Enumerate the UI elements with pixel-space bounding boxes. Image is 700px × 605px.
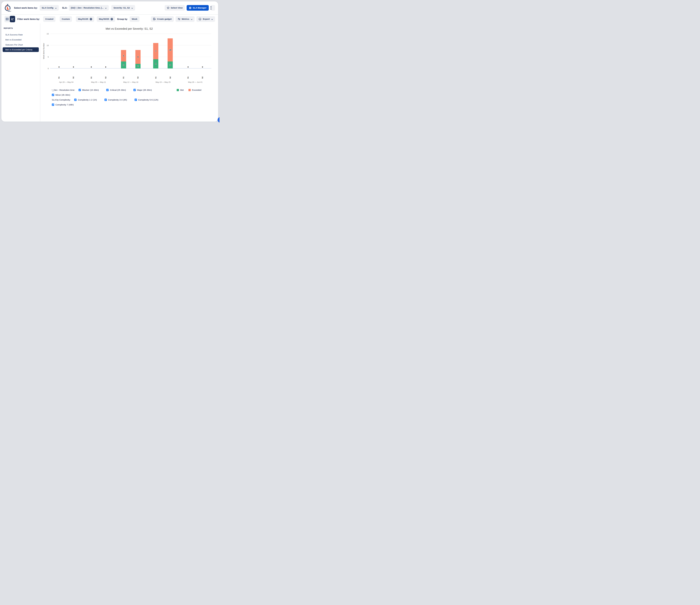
x-tick-week-range: May-12 — May-18 bbox=[115, 81, 147, 83]
bar-segment-exceeded[interactable]: 10 bbox=[168, 39, 173, 62]
y-axis-title: Work items Number bbox=[43, 37, 45, 65]
svg-text:SLA: SLA bbox=[8, 10, 11, 12]
filter-group-label: !_Dev - Resolution time: bbox=[52, 89, 75, 91]
chevron-down-icon bbox=[211, 18, 213, 21]
stopwatch-logo-icon: SLA bbox=[4, 4, 11, 12]
legend-label: Met bbox=[180, 89, 184, 91]
criteria-checkbox[interactable]: Critical (2h 30m) bbox=[106, 89, 126, 91]
clear-date-icon[interactable]: × bbox=[110, 18, 113, 20]
bar-s2: 103 bbox=[168, 39, 173, 69]
bar-value-zero: 0 bbox=[188, 66, 189, 68]
bar-s2: 0 bbox=[71, 66, 76, 69]
group-by-value: Week bbox=[132, 18, 138, 20]
group-by-dropdown[interactable]: Week bbox=[130, 16, 140, 22]
clear-date-icon[interactable]: × bbox=[90, 18, 92, 20]
sidebar-item[interactable]: SLA Success Rate bbox=[1, 32, 40, 37]
filter-toolbar: Filter work items by: Created Custom May… bbox=[1, 15, 218, 24]
created-filter-button[interactable]: Created bbox=[43, 16, 55, 22]
severity-dropdown[interactable]: Severity: S1, S2 bbox=[111, 5, 135, 10]
sidebar-item[interactable]: Met vs Exceeded per Criteria bbox=[3, 47, 39, 52]
bar-segment-exceeded[interactable]: 5 bbox=[121, 50, 126, 62]
x-tick-week-range: May-26 — Jun-01 bbox=[179, 81, 211, 83]
checkbox-checked-icon bbox=[106, 89, 109, 91]
bar-group: 74103 bbox=[147, 34, 179, 69]
more-options-button[interactable] bbox=[210, 5, 215, 10]
bar-segment-value: 10 bbox=[169, 49, 171, 51]
bar-segment-met[interactable]: 3 bbox=[168, 62, 173, 69]
x-tick-week-range: May-05 — May-11 bbox=[82, 81, 115, 83]
x-tick-severity: S2 bbox=[200, 75, 205, 80]
metrics-dropdown[interactable]: Metrics bbox=[176, 16, 195, 22]
legend-met-swatch bbox=[177, 89, 179, 91]
kebab-menu-icon bbox=[210, 6, 211, 10]
criteria-checkbox[interactable]: Complexity 3-4 (4h) bbox=[104, 99, 127, 101]
created-label: Created bbox=[45, 18, 53, 20]
chart-view-button[interactable] bbox=[10, 16, 15, 22]
criteria-checkbox-label: Complexity 1-2 (1h) bbox=[78, 99, 97, 101]
sla-dropdown[interactable]: [D2] !_Dev - Resolution time, [... bbox=[69, 5, 109, 10]
sla-manager-button[interactable]: SLA Manager bbox=[186, 5, 209, 10]
criteria-checkbox[interactable]: Complexity 7 (48h) bbox=[52, 103, 74, 106]
x-tick-group: S1S2 bbox=[115, 75, 147, 80]
reports-sidebar: REPORTS SLA Success RateMet vs ExceededS… bbox=[1, 24, 40, 122]
x-tick-severity: S1 bbox=[185, 75, 191, 80]
bar-group: 00 bbox=[82, 34, 115, 69]
table-view-button[interactable] bbox=[4, 16, 10, 22]
criteria-checkbox[interactable]: Complexity 1-2 (1h) bbox=[74, 99, 97, 101]
chart-plot-area: Work items Number 051015 000053627410300 bbox=[50, 34, 211, 69]
sidebar-item[interactable]: Met vs Exceeded bbox=[1, 37, 40, 42]
criteria-checkbox[interactable]: Minor (4h 30m) bbox=[52, 94, 70, 96]
bar-segment-value: 2 bbox=[138, 65, 139, 67]
top-header: SLA Select work items by: SLA Config SLA… bbox=[1, 1, 218, 15]
bar-segment-value: 7 bbox=[155, 50, 156, 52]
x-tick-group: S1S2 bbox=[179, 75, 211, 80]
chevron-down-icon bbox=[131, 7, 133, 9]
x-tick-week-range: May-19 — May-25 bbox=[147, 81, 179, 83]
bar-segment-value: 5 bbox=[123, 55, 124, 57]
select-view-button[interactable]: Select View bbox=[165, 5, 185, 10]
filter-row: Minor (4h 30m) bbox=[52, 93, 201, 97]
bar-s2: 0 bbox=[200, 66, 205, 69]
bar-segment-met[interactable]: 2 bbox=[135, 64, 141, 69]
bar-value-zero: 0 bbox=[58, 66, 59, 68]
sidebar-item[interactable]: Statuses Pie Chart bbox=[1, 42, 40, 47]
sla-label: SLA: bbox=[62, 6, 68, 9]
date-to-chip[interactable]: May/30/25 × bbox=[97, 16, 115, 22]
bar-group: 00 bbox=[50, 34, 82, 69]
bar-value-zero: 0 bbox=[202, 66, 203, 68]
x-tick-severity: S1 bbox=[121, 75, 126, 80]
x-tick-severity: S1 bbox=[89, 75, 94, 80]
export-label: Export bbox=[203, 18, 210, 20]
custom-filter-button[interactable]: Custom bbox=[60, 16, 72, 22]
app-logo: SLA bbox=[4, 4, 11, 12]
select-view-label: Select View bbox=[171, 6, 183, 9]
criteria-checkbox[interactable]: Blocker (1h 30m) bbox=[78, 89, 99, 91]
criteria-checkbox[interactable]: Major (3h 30m) bbox=[133, 89, 152, 91]
bar-s1: 0 bbox=[185, 66, 191, 69]
create-gadget-button[interactable]: Create gadget bbox=[151, 16, 174, 22]
y-axis-tick: 10 bbox=[47, 44, 49, 46]
checkbox-checked-icon bbox=[52, 103, 54, 106]
bar-segment-exceeded[interactable]: 6 bbox=[135, 50, 141, 64]
bar-segment-met[interactable]: 3 bbox=[121, 62, 126, 69]
y-axis-tick: 15 bbox=[47, 33, 49, 35]
bar-s1: 0 bbox=[56, 66, 61, 69]
bar-value-zero: 0 bbox=[73, 66, 74, 68]
bar-value-zero: 0 bbox=[105, 66, 106, 68]
bar-segment-met[interactable]: 4 bbox=[153, 59, 158, 69]
sidebar-heading: REPORTS bbox=[4, 27, 40, 29]
bar-segment-value: 3 bbox=[123, 64, 124, 66]
chevron-down-icon bbox=[55, 7, 57, 9]
checkbox-checked-icon bbox=[52, 94, 54, 96]
bar-segment-exceeded[interactable]: 7 bbox=[153, 43, 158, 59]
date-from-chip[interactable]: May/01/25 × bbox=[76, 16, 94, 22]
criteria-checkbox-label: Complexity 3-4 (4h) bbox=[108, 99, 127, 101]
x-tick-group: S1S2 bbox=[50, 75, 82, 80]
bar-s1: 74 bbox=[153, 43, 158, 69]
filter-rows: !_Dev - Resolution time:Blocker (1h 30m)… bbox=[52, 88, 201, 106]
severity-dropdown-value: Severity: S1, S2 bbox=[114, 6, 130, 9]
table-icon bbox=[6, 18, 9, 20]
sla-config-dropdown[interactable]: SLA Config bbox=[40, 5, 59, 10]
criteria-checkbox[interactable]: Complexity 5-6 (12h) bbox=[134, 99, 158, 101]
export-dropdown[interactable]: Export bbox=[196, 16, 215, 22]
